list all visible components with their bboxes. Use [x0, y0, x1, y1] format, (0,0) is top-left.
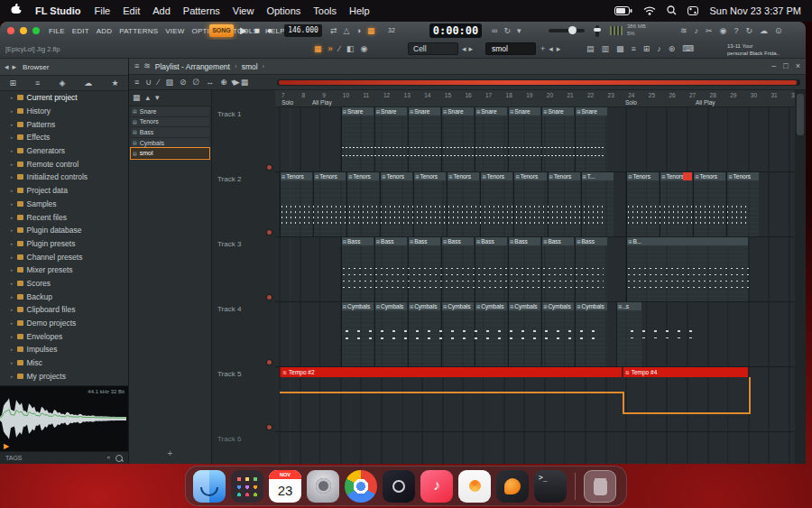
clip-header[interactable]: ⊞Tenors: [727, 172, 759, 180]
clip-header[interactable]: ⊞Tenors: [381, 172, 412, 180]
browser-item-effects[interactable]: ▸Effects: [0, 131, 128, 144]
loop-record-icon[interactable]: ↻: [503, 27, 511, 35]
clip-snare[interactable]: ⊞Snare: [408, 107, 440, 171]
track-name-5[interactable]: Track 5: [217, 370, 241, 378]
dock-finder-icon[interactable]: [193, 470, 226, 503]
pattern-grid-icon[interactable]: ▦: [133, 94, 141, 102]
news-ticker[interactable]: 13-11 Your personal Black Frida..: [727, 42, 780, 57]
playlist-wave-icon[interactable]: ≋: [143, 62, 151, 70]
time-marker-solo[interactable]: Solo: [281, 99, 293, 106]
multilink-icon[interactable]: ≋: [680, 27, 687, 35]
browser-item-envelopes[interactable]: ▸Envelopes: [0, 329, 128, 343]
pattern-item-smol[interactable]: ▤smol: [131, 148, 209, 159]
fl-menu-file[interactable]: FILE: [49, 27, 65, 35]
browser-item-samples[interactable]: ▸Samples: [0, 198, 128, 211]
time-marker-all-play[interactable]: All Play: [696, 99, 715, 106]
dock-calendar-icon[interactable]: NOV23: [269, 470, 301, 503]
dock-capture-icon[interactable]: [383, 470, 415, 503]
time-display[interactable]: 0:00:00: [429, 23, 482, 38]
menubar-item-add[interactable]: Add: [152, 5, 171, 16]
track-name-6[interactable]: Track 6: [217, 435, 241, 443]
picker-add-icon[interactable]: +: [221, 79, 226, 87]
clip-header[interactable]: ⊞Bass: [576, 237, 607, 245]
record-arm-dot[interactable]: [267, 230, 272, 235]
channel-rack-button[interactable]: ▥: [602, 45, 610, 53]
browser-toggle-button[interactable]: ≡: [632, 45, 636, 53]
pitch-knob[interactable]: [594, 28, 601, 32]
tempo-display[interactable]: 146.000: [284, 24, 322, 37]
menubar-item-options[interactable]: Options: [266, 5, 300, 16]
playlist-close-button[interactable]: ×: [796, 62, 800, 70]
clip-header[interactable]: ⊞Cymbals: [475, 302, 507, 310]
browser-tab-cloud-icon[interactable]: ☁: [84, 79, 92, 88]
dock-settings-icon[interactable]: [307, 470, 339, 503]
menubar-item-file[interactable]: File: [95, 5, 111, 16]
master-volume-slider[interactable]: [549, 29, 585, 32]
time-marker-all-play[interactable]: All Play: [312, 99, 332, 106]
record-button[interactable]: ●: [267, 26, 272, 35]
browser-tab-favorites-icon[interactable]: ★: [111, 79, 118, 88]
tempo-clip-tempo-2[interactable]: ≋Tempo #2: [280, 367, 622, 377]
record-arm-dot[interactable]: [267, 425, 272, 429]
dock-launchpad-icon[interactable]: [231, 470, 263, 503]
browser-item-mixer-presets[interactable]: ▸Mixer presets: [0, 263, 128, 277]
control-center-icon[interactable]: [687, 3, 698, 19]
playlist-detach-icon[interactable]: ≡: [134, 62, 139, 70]
preview-play-icon[interactable]: ▶: [4, 442, 9, 450]
step-edit-icon[interactable]: ▦: [367, 27, 375, 35]
clip-header[interactable]: ⊞B...: [627, 237, 748, 245]
browser-item-demo-projects[interactable]: ▸Demo projects: [0, 317, 128, 330]
browser-item-project-data[interactable]: ▸Project data: [0, 184, 128, 198]
dock-terminal-icon[interactable]: >_: [534, 470, 567, 503]
dock-music-icon[interactable]: ♪: [420, 470, 453, 503]
clip-header[interactable]: ⊞Bass: [375, 237, 407, 245]
tag-filter-icon[interactable]: ▫: [107, 454, 110, 462]
clip-header[interactable]: ⊞Cymbals: [409, 302, 440, 310]
minimize-window-button[interactable]: [20, 27, 27, 34]
timeline-scrollbar[interactable]: [277, 79, 800, 86]
clip-snare[interactable]: ⊞Snare: [341, 107, 374, 171]
tools-menu-button[interactable]: ⊛: [669, 45, 676, 53]
pattern-add-button[interactable]: +: [540, 45, 545, 53]
menubar-app-name[interactable]: FL Studio: [35, 5, 81, 16]
playlist-track-row-4[interactable]: ⊞Cymbals⊞Cymbals⊞Cymbals⊞Cymbals⊞Cymbals…: [275, 302, 795, 367]
browser-item-patterns[interactable]: ▸Patterns: [0, 117, 128, 131]
clip-header[interactable]: ⊞Tenors: [448, 172, 479, 180]
vertical-scrollbar-thumb[interactable]: [797, 94, 804, 135]
cell-selector[interactable]: Cell: [408, 42, 458, 55]
mic-icon[interactable]: ◉: [720, 27, 727, 35]
playlist-track-row-2[interactable]: ⊞Tenors⊞Tenors⊞Tenors⊞Tenors⊞Tenors⊞Teno…: [275, 172, 795, 237]
fl-menu-view[interactable]: VIEW: [165, 27, 184, 35]
browser-item-my-projects[interactable]: ▸My projects: [0, 369, 128, 383]
account-icon[interactable]: ⊙: [775, 27, 782, 35]
pattern-item-cymbals[interactable]: ▤Cymbals: [131, 138, 209, 149]
clip-header[interactable]: ⊞Tenors: [514, 172, 546, 180]
clip-snare[interactable]: ⊞Snare: [441, 107, 474, 171]
pattern-scroll-down-icon[interactable]: ▾: [155, 94, 160, 102]
help-icon[interactable]: ?: [734, 27, 738, 35]
playlist-track-row-6[interactable]: [275, 432, 795, 464]
clip-header[interactable]: ⊞Snare: [375, 107, 407, 115]
clip-header[interactable]: ⊞Tenors: [627, 172, 659, 180]
pattern-item-bass[interactable]: ▤Bass: [131, 127, 209, 138]
clip-snare[interactable]: ⊞Snare: [575, 107, 607, 171]
dock-trash-icon[interactable]: [584, 470, 616, 503]
clip-header[interactable]: ⊞Bass: [342, 237, 374, 245]
menubar-item-view[interactable]: View: [233, 5, 254, 16]
browser-item-plugin-database[interactable]: ▸Plugin database: [0, 224, 128, 237]
clip-snare[interactable]: ⊞Snare: [475, 107, 507, 171]
clip-header[interactable]: ⊞Cymbals: [576, 302, 607, 310]
apple-menu-icon[interactable]: [11, 3, 22, 19]
browser-forward-icon[interactable]: ▸: [13, 63, 17, 71]
record-arm-dot[interactable]: [267, 165, 272, 170]
record-arm-dot[interactable]: [267, 295, 272, 300]
clip-header[interactable]: ⊞T...: [582, 172, 614, 180]
clip-header[interactable]: ⊞..s: [617, 302, 641, 310]
fl-menu-add[interactable]: ADD: [97, 27, 113, 35]
clip-header[interactable]: ⊞Snare: [409, 107, 440, 115]
cut-mode-icon[interactable]: ◧: [346, 45, 355, 53]
clip-header[interactable]: ⊞Cymbals: [375, 302, 407, 310]
snap-icon[interactable]: ∪: [145, 79, 152, 87]
picker-grid-icon[interactable]: ▦: [241, 79, 249, 87]
clip-header[interactable]: ⊞Tenors: [347, 172, 379, 180]
